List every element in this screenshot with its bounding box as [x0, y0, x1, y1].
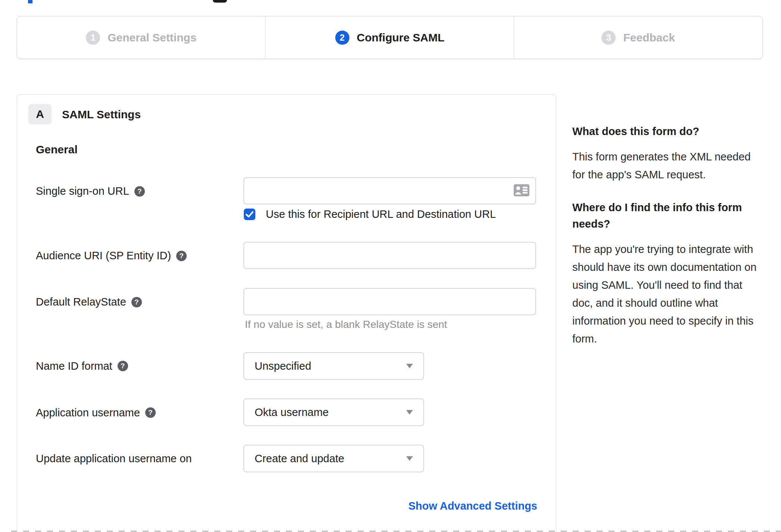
wizard-stepper: 1 General Settings 2 Configure SAML 3 Fe…	[17, 16, 763, 59]
sso-url-input-wrap	[243, 177, 536, 204]
step-number-badge: 3	[601, 31, 616, 45]
sidebar-question-1: What does this form do?	[572, 123, 761, 140]
audience-uri-input[interactable]	[243, 242, 536, 269]
name-id-format-label: Name ID format	[36, 360, 112, 372]
sso-url-input[interactable]	[243, 177, 536, 204]
relaystate-input[interactable]	[243, 288, 536, 315]
show-advanced-settings-link[interactable]: Show Advanced Settings	[408, 500, 537, 512]
app-username-value: Okta username	[255, 406, 329, 419]
relaystate-label-row: Default RelayState ?	[36, 288, 142, 316]
recipient-url-checkbox-row: Use this for Recipient URL and Destinati…	[244, 208, 496, 220]
panel-title: SAML Settings	[62, 108, 141, 121]
recipient-url-checkbox-label[interactable]: Use this for Recipient URL and Destinati…	[266, 208, 496, 220]
step-configure-saml[interactable]: 2 Configure SAML	[265, 16, 514, 59]
update-username-label: Update application username on	[36, 453, 192, 465]
name-id-format-label-row: Name ID format ?	[36, 352, 128, 380]
help-icon[interactable]: ?	[131, 297, 142, 307]
contact-card-icon[interactable]	[514, 184, 529, 198]
update-username-select[interactable]: Create and update	[243, 445, 424, 472]
help-sidebar: What does this form do? This form genera…	[572, 123, 761, 363]
step-label: Feedback	[623, 31, 675, 44]
sidebar-answer-1: This form generates the XML needed for t…	[572, 148, 761, 184]
sidebar-question-2: Where do I find the info this form needs…	[572, 199, 761, 232]
help-icon[interactable]: ?	[176, 251, 187, 261]
section-a-badge: A	[28, 104, 52, 124]
audience-uri-label-row: Audience URI (SP Entity ID) ?	[36, 242, 187, 269]
update-username-label-row: Update application username on	[36, 445, 192, 472]
chevron-down-icon	[406, 364, 413, 368]
cutoff-dark-fragment	[213, 0, 227, 3]
sidebar-answer-2: The app you're trying to integrate with …	[572, 240, 761, 348]
step-number-badge: 1	[86, 31, 100, 45]
recipient-url-checkbox[interactable]	[244, 209, 255, 220]
sso-url-label-row: Single sign-on URL ?	[36, 178, 145, 205]
general-group-heading: General	[36, 143, 78, 156]
step-label: General Settings	[108, 31, 196, 44]
help-icon[interactable]: ?	[118, 361, 128, 371]
name-id-format-select[interactable]: Unspecified	[243, 352, 424, 380]
step-number-badge: 2	[335, 31, 349, 45]
step-feedback[interactable]: 3 Feedback	[514, 16, 762, 59]
cutoff-blue-fragment	[28, 0, 32, 3]
update-username-value: Create and update	[255, 453, 344, 465]
relaystate-label: Default RelayState	[36, 296, 126, 308]
step-label: Configure SAML	[357, 31, 445, 44]
relaystate-helper-text: If no value is set, a blank RelayState i…	[245, 319, 447, 331]
help-icon[interactable]: ?	[145, 407, 156, 418]
step-general-settings[interactable]: 1 General Settings	[17, 16, 265, 59]
audience-uri-label: Audience URI (SP Entity ID)	[36, 250, 171, 262]
help-icon[interactable]: ?	[134, 186, 145, 197]
saml-settings-panel: A SAML Settings General Single sign-on U…	[17, 94, 556, 532]
app-username-select[interactable]: Okta username	[243, 398, 424, 426]
app-username-label: Application username	[36, 407, 140, 419]
chevron-down-icon	[406, 410, 413, 414]
app-username-label-row: Application username ?	[36, 399, 156, 426]
chevron-down-icon	[406, 456, 413, 461]
dashed-section-divider	[11, 531, 781, 532]
sso-url-label: Single sign-on URL	[36, 185, 129, 197]
name-id-format-value: Unspecified	[255, 360, 311, 372]
